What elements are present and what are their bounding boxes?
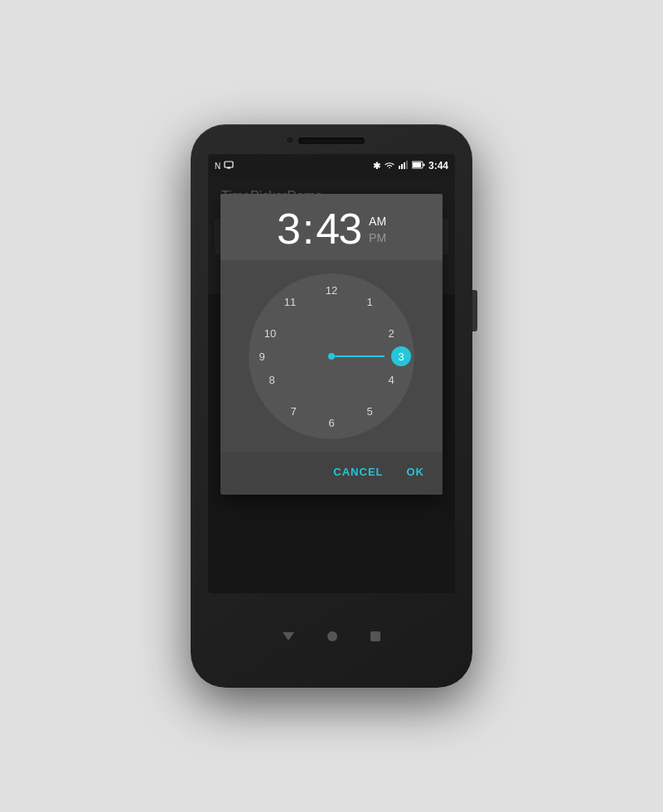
bluetooth-icon: ✱ [373, 161, 380, 172]
phone-nav-bar [283, 593, 380, 688]
svg-rect-4 [404, 162, 405, 169]
svg-rect-0 [225, 162, 233, 167]
phone-camera [286, 136, 294, 144]
clock-10[interactable]: 10 [260, 323, 280, 343]
time-colon: : [302, 207, 312, 250]
clock-11[interactable]: 11 [280, 292, 300, 312]
clock-4[interactable]: 4 [381, 370, 401, 389]
time-display-hour[interactable]: 3 [277, 207, 299, 250]
phone-screen: N ✱ [208, 154, 455, 593]
recents-button[interactable] [370, 631, 380, 641]
time-display-minutes[interactable]: 43 [316, 207, 361, 250]
clock-8[interactable]: 8 [262, 370, 282, 389]
volume-button [472, 290, 477, 331]
battery-icon [412, 161, 425, 171]
home-button[interactable] [327, 631, 337, 641]
back-button[interactable] [283, 632, 294, 640]
dialog-overlay: 3 : 43 AM PM [208, 177, 455, 593]
am-label[interactable]: AM [369, 214, 386, 230]
status-bar-left: N [215, 160, 234, 172]
ampm-container: AM PM [369, 214, 386, 246]
clock-1[interactable]: 1 [360, 292, 380, 312]
clock-12[interactable]: 12 [322, 280, 341, 300]
status-time: 3:44 [428, 160, 448, 172]
screencast-icon [224, 160, 234, 172]
time-header: 3 : 43 AM PM [220, 194, 443, 260]
clock-7[interactable]: 7 [283, 401, 303, 421]
dialog-buttons: CANCEL OK [220, 452, 443, 495]
svg-rect-8 [423, 164, 424, 167]
clock-container: 12 1 2 3 4 5 6 [220, 260, 443, 452]
clock-9[interactable]: 9 [252, 346, 272, 366]
cancel-button[interactable]: CANCEL [325, 459, 391, 485]
svg-rect-3 [401, 164, 403, 169]
svg-point-10 [328, 353, 335, 360]
wifi-icon [384, 161, 395, 171]
ok-button[interactable]: OK [399, 459, 433, 485]
clock-5[interactable]: 5 [360, 401, 380, 421]
svg-rect-1 [227, 167, 230, 169]
time-picker-dialog: 3 : 43 AM PM [220, 194, 443, 495]
clock-3[interactable]: 3 [391, 346, 411, 366]
clock-6[interactable]: 6 [322, 413, 341, 433]
app-content: TimePickerDemo PICK TIME Pick... 3 : 43 … [208, 177, 455, 294]
phone-frame: N ✱ [191, 124, 472, 688]
signal-icon [399, 161, 409, 171]
clock-2[interactable]: 2 [381, 323, 401, 343]
svg-rect-5 [406, 161, 408, 169]
phone-speaker [298, 138, 365, 144]
notification-icon: N [215, 162, 220, 171]
svg-rect-7 [413, 162, 421, 167]
clock-face[interactable]: 12 1 2 3 4 5 6 [249, 273, 414, 439]
status-bar: N ✱ [208, 154, 455, 177]
pm-label[interactable]: PM [369, 230, 386, 247]
svg-rect-2 [399, 166, 400, 169]
status-bar-right: ✱ [373, 160, 448, 172]
